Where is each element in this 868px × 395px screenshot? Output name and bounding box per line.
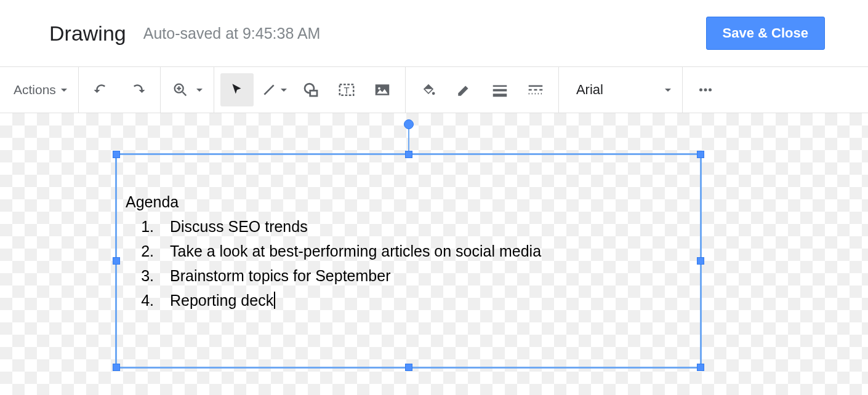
textbox-tool-button[interactable]: T bbox=[330, 73, 363, 106]
border-weight-button[interactable] bbox=[483, 73, 516, 106]
chevron-down-icon bbox=[61, 89, 67, 92]
dialog-title: Drawing bbox=[49, 22, 126, 46]
select-tool-button[interactable] bbox=[220, 73, 254, 106]
line-dash-icon bbox=[526, 81, 545, 99]
svg-point-20 bbox=[709, 89, 712, 92]
resize-handle-bottom-left[interactable] bbox=[113, 364, 120, 371]
cursor-icon bbox=[229, 82, 245, 98]
svg-rect-6 bbox=[310, 90, 317, 96]
resize-handle-middle-left[interactable] bbox=[113, 257, 120, 265]
toolbar-group-actions: Actions bbox=[2, 67, 79, 113]
toolbar-group-tools: T bbox=[214, 67, 406, 113]
selected-textbox[interactable]: Agenda 1. Discuss SEO trends 2. Take a l… bbox=[115, 153, 702, 369]
agenda-heading: Agenda bbox=[126, 190, 541, 214]
list-item: 4. Reporting deck bbox=[126, 288, 541, 313]
line-icon bbox=[261, 82, 277, 98]
list-item: 1. Discuss SEO trends bbox=[126, 214, 541, 239]
rotation-connector bbox=[408, 126, 409, 151]
shape-icon bbox=[302, 81, 320, 99]
paint-bucket-icon bbox=[420, 81, 437, 98]
image-tool-button[interactable] bbox=[366, 73, 399, 106]
toolbar: Actions T bbox=[0, 66, 868, 113]
more-options-button[interactable] bbox=[689, 73, 722, 106]
fill-color-button[interactable] bbox=[412, 73, 445, 106]
save-and-close-button[interactable]: Save & Close bbox=[706, 17, 825, 50]
resize-handle-top-left[interactable] bbox=[113, 151, 120, 158]
rotation-handle[interactable] bbox=[404, 119, 414, 129]
toolbar-group-more bbox=[683, 67, 728, 113]
svg-rect-14 bbox=[493, 94, 507, 97]
more-horizontal-icon bbox=[696, 81, 715, 99]
list-item: 3. Brainstorm topics for September bbox=[126, 263, 541, 288]
shape-tool-button[interactable] bbox=[294, 73, 328, 106]
svg-point-18 bbox=[699, 89, 702, 92]
border-dash-button[interactable] bbox=[519, 73, 552, 106]
textbox-icon: T bbox=[337, 81, 356, 99]
chevron-down-icon bbox=[665, 89, 671, 92]
resize-handle-top-right[interactable] bbox=[697, 151, 704, 158]
toolbar-group-font: Arial bbox=[559, 67, 683, 113]
header-bar: Drawing Auto-saved at 9:45:38 AM Save & … bbox=[0, 0, 868, 66]
svg-point-19 bbox=[704, 89, 707, 92]
resize-handle-bottom-right[interactable] bbox=[697, 364, 704, 371]
undo-button[interactable] bbox=[85, 73, 118, 106]
redo-button[interactable] bbox=[121, 73, 154, 106]
svg-point-11 bbox=[432, 92, 435, 95]
toolbar-group-styling bbox=[406, 67, 559, 113]
chevron-down-icon bbox=[281, 89, 287, 92]
resize-handle-bottom-middle[interactable] bbox=[405, 364, 412, 371]
font-family-dropdown[interactable]: Arial bbox=[565, 73, 676, 106]
list-item: 2. Take a look at best-performing articl… bbox=[126, 239, 541, 263]
toolbar-group-history bbox=[79, 67, 161, 113]
agenda-list: 1. Discuss SEO trends 2. Take a look at … bbox=[126, 214, 541, 313]
zoom-icon bbox=[172, 81, 189, 98]
chevron-down-icon bbox=[196, 89, 203, 92]
svg-rect-12 bbox=[493, 86, 507, 87]
svg-point-10 bbox=[378, 87, 380, 90]
toolbar-group-zoom bbox=[161, 67, 214, 113]
resize-handle-top-middle[interactable] bbox=[405, 151, 412, 158]
line-tool-button[interactable] bbox=[256, 73, 292, 106]
line-weight-icon bbox=[491, 81, 509, 99]
image-icon bbox=[373, 81, 392, 99]
textbox-content[interactable]: Agenda 1. Discuss SEO trends 2. Take a l… bbox=[126, 190, 541, 313]
zoom-button[interactable] bbox=[167, 73, 207, 106]
actions-menu-button[interactable]: Actions bbox=[9, 73, 72, 106]
drawing-canvas[interactable]: Agenda 1. Discuss SEO trends 2. Take a l… bbox=[0, 113, 868, 395]
autosave-status: Auto-saved at 9:45:38 AM bbox=[143, 25, 321, 42]
svg-line-4 bbox=[264, 85, 273, 94]
text-caret bbox=[274, 292, 275, 309]
redo-icon bbox=[128, 81, 147, 99]
svg-rect-13 bbox=[493, 89, 507, 92]
border-color-button[interactable] bbox=[448, 73, 481, 106]
resize-handle-middle-right[interactable] bbox=[697, 257, 704, 265]
svg-text:T: T bbox=[344, 85, 349, 95]
svg-line-3 bbox=[182, 92, 186, 96]
pencil-icon bbox=[456, 82, 472, 98]
undo-icon bbox=[92, 81, 111, 99]
